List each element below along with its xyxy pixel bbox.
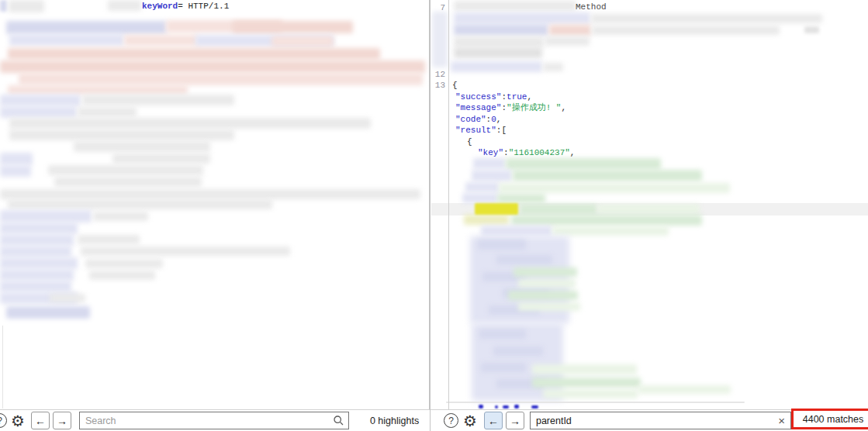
clear-search-icon[interactable]: × bbox=[778, 414, 785, 427]
help-icon[interactable]: ? bbox=[444, 413, 458, 428]
line-number-13: 13 bbox=[431, 81, 445, 91]
redaction-blur bbox=[592, 26, 780, 35]
redaction-blur bbox=[0, 210, 92, 222]
json-literal: true bbox=[507, 92, 527, 102]
json-bracket: [ bbox=[501, 126, 507, 135]
redaction-blur bbox=[514, 267, 577, 277]
redaction-blur bbox=[532, 378, 641, 388]
redaction-blur bbox=[9, 129, 234, 140]
matches-count-label: 4400 matches bbox=[803, 414, 864, 425]
left-textarea-border bbox=[2, 326, 3, 409]
redaction-blur bbox=[520, 204, 597, 215]
redaction-blur bbox=[552, 226, 669, 236]
redaction-blur bbox=[454, 24, 548, 36]
help-icon[interactable]: ? bbox=[0, 413, 7, 428]
redaction-blur bbox=[85, 259, 163, 268]
redaction-blur bbox=[497, 194, 545, 203]
redaction-blur bbox=[543, 63, 563, 71]
redaction-blur bbox=[481, 226, 552, 236]
response-header-fragment: Method bbox=[576, 2, 607, 12]
json-comma: , bbox=[561, 103, 566, 112]
json-key: "key" bbox=[478, 148, 503, 157]
redaction-blur bbox=[454, 1, 576, 11]
find-previous-button[interactable]: ← bbox=[484, 412, 503, 429]
search-icon bbox=[334, 415, 344, 426]
redaction-blur bbox=[8, 199, 272, 209]
redaction-blur bbox=[233, 21, 353, 33]
redaction-blur bbox=[804, 26, 819, 33]
http-debugger-window: keyWord= HTTP/1.1 7 12 13 Method { "succ… bbox=[0, 0, 868, 431]
find-previous-button[interactable]: ← bbox=[31, 412, 50, 429]
line-number-12: 12 bbox=[431, 70, 445, 80]
json-line-key: "key":"1161004237", bbox=[478, 147, 575, 158]
response-search-input[interactable] bbox=[530, 412, 791, 429]
find-next-button[interactable]: → bbox=[506, 412, 524, 429]
redaction-blur bbox=[478, 240, 526, 250]
json-key: "success" bbox=[455, 92, 501, 102]
redaction-blur bbox=[454, 47, 542, 58]
redaction-blur bbox=[6, 306, 90, 319]
redaction-blur bbox=[518, 302, 580, 311]
json-comma: , bbox=[570, 148, 576, 157]
redaction-blur bbox=[112, 153, 210, 164]
redaction-blur bbox=[493, 347, 543, 356]
json-open-brace: { bbox=[452, 80, 458, 91]
redaction-blur bbox=[82, 95, 234, 105]
redaction-blur bbox=[89, 271, 155, 280]
find-next-button[interactable]: → bbox=[53, 412, 71, 429]
redaction-blur bbox=[9, 0, 44, 12]
redaction-blur bbox=[638, 385, 731, 394]
redaction-blur bbox=[0, 106, 77, 118]
json-key: "message" bbox=[455, 103, 501, 112]
redaction-blur bbox=[518, 279, 576, 288]
redaction-blur bbox=[532, 364, 637, 374]
redaction-blur bbox=[511, 215, 702, 226]
redaction-blur bbox=[124, 35, 198, 46]
pane-divider bbox=[429, 0, 431, 431]
redaction-blur bbox=[8, 48, 380, 60]
line-number-7: 7 bbox=[431, 3, 445, 13]
redaction-blur bbox=[531, 405, 538, 409]
redaction-blur bbox=[0, 281, 71, 292]
search-field-wrapper: × bbox=[530, 412, 791, 429]
redaction-blur bbox=[108, 0, 141, 11]
redaction-blur bbox=[78, 235, 140, 244]
redaction-blur bbox=[597, 204, 700, 214]
redaction-blur bbox=[506, 158, 661, 170]
redaction-blur bbox=[93, 212, 148, 221]
redaction-blur bbox=[591, 14, 822, 23]
settings-gear-icon[interactable]: ⚙ bbox=[11, 413, 25, 429]
redaction-blur bbox=[6, 21, 167, 34]
redaction-blur bbox=[464, 215, 509, 225]
redaction-blur bbox=[499, 183, 730, 193]
json-number: 0 bbox=[491, 115, 496, 124]
redaction-blur bbox=[9, 118, 371, 129]
json-line-object-open: { bbox=[467, 136, 472, 147]
json-comma: , bbox=[527, 92, 532, 102]
json-line-message: "message":"操作成功! ", bbox=[455, 102, 566, 113]
redaction-blur bbox=[19, 73, 423, 85]
search-field-wrapper bbox=[79, 412, 349, 429]
redaction-blur bbox=[454, 36, 544, 47]
redaction-blur bbox=[513, 170, 702, 181]
gutter-separator bbox=[448, 0, 449, 409]
redaction-blur bbox=[0, 246, 71, 257]
redaction-blur bbox=[48, 165, 203, 175]
request-search-input[interactable] bbox=[79, 412, 349, 429]
redaction-blur bbox=[481, 363, 526, 372]
request-param-keyword: keyWord bbox=[142, 2, 178, 11]
search-match-highlight bbox=[475, 203, 518, 215]
redaction-blur bbox=[508, 291, 578, 300]
settings-gear-icon[interactable]: ⚙ bbox=[463, 413, 477, 429]
json-line-success: "success":true, bbox=[455, 91, 532, 102]
json-comma: , bbox=[496, 115, 502, 124]
redaction-blur bbox=[543, 389, 638, 398]
json-colon: : bbox=[503, 148, 509, 157]
redaction-blur bbox=[465, 182, 500, 192]
matches-annotation-box: 4400 matches bbox=[791, 409, 868, 429]
left-find-bar: ? ⚙ ← → 0 highlights bbox=[0, 409, 430, 431]
redaction-blur bbox=[0, 0, 7, 12]
redaction-blur bbox=[0, 222, 78, 234]
json-key: "code" bbox=[455, 115, 486, 124]
redaction-blur bbox=[446, 402, 745, 403]
